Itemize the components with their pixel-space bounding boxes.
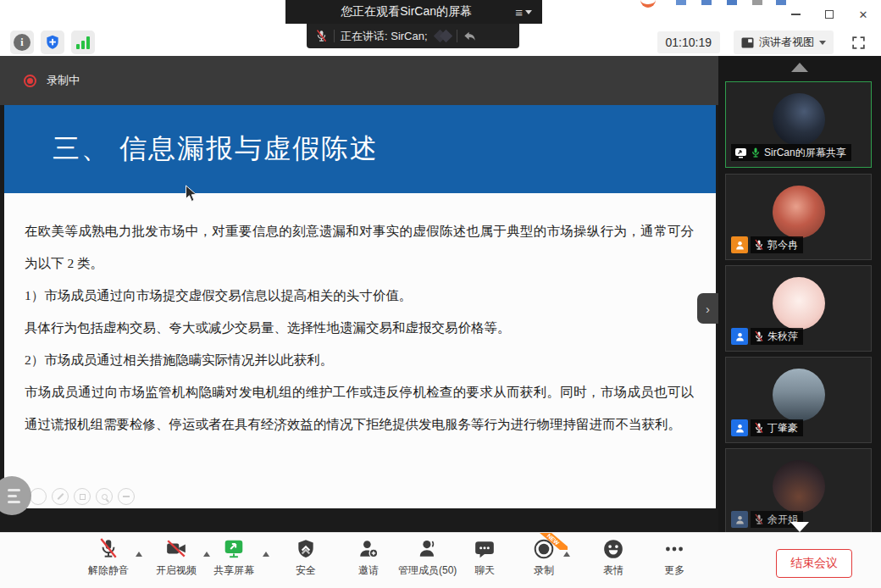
background-icon-fragment (701, 0, 712, 5)
recording-label: 录制中 (47, 73, 80, 88)
avatar (773, 369, 825, 421)
role-badge (731, 328, 748, 345)
unmute-button[interactable]: 解除静音 (88, 538, 129, 578)
background-icon-fragment (727, 0, 737, 5)
mic-muted-icon (315, 29, 328, 43)
avatar (773, 186, 825, 238)
manage-members-button[interactable]: 管理成员(50) (398, 538, 457, 578)
slideshow-menu-button[interactable] (0, 476, 31, 515)
chat-icon (474, 538, 496, 560)
security-button[interactable]: 安全 (295, 538, 317, 578)
signal-bars-icon (76, 36, 90, 49)
background-logo-fragment (640, 0, 656, 8)
background-icon-fragment (676, 0, 686, 5)
screen-share-icon (734, 147, 747, 158)
close-button[interactable]: ✕ (852, 5, 874, 24)
info-icon: i (14, 34, 30, 51)
person-icon (734, 331, 745, 342)
expand-panel-tab[interactable]: › (697, 293, 718, 324)
slideshow-more-button[interactable] (118, 488, 135, 505)
slide-title: 三、 信息漏报与虚假陈述 (4, 130, 379, 168)
mic-muted-icon (97, 538, 119, 560)
video-options-chevron[interactable] (203, 552, 210, 557)
chat-button[interactable]: 聊天 (474, 538, 496, 578)
slide-paragraph: 在欧美等成熟电力批发市场中，对重要信息的刻意遗漏和对事实的虚假陈述也属于典型的市… (25, 215, 694, 280)
button-label: 开启视频 (156, 563, 197, 578)
fullscreen-icon (851, 36, 866, 50)
chevron-down-icon (819, 41, 826, 45)
start-video-button[interactable]: 开启视频 (156, 538, 197, 578)
mute-options-chevron[interactable] (136, 552, 142, 557)
minimize-icon (791, 14, 801, 15)
record-button[interactable]: NEW 录制 (533, 538, 555, 578)
banner-menu-button[interactable]: ≡ (512, 5, 535, 19)
view-mode-dropdown[interactable]: 演讲者视图 (734, 31, 834, 54)
participant-tile[interactable]: 丁肇豪 (725, 357, 872, 443)
slide-paragraph: 具体行为包括虚构交易、夸大或减少交易量、选择性地遗漏交易和虚报交易价格等。 (25, 312, 694, 344)
layout-view-icon (741, 36, 754, 49)
network-signal-button[interactable] (71, 31, 95, 54)
button-label: 共享屏幕 (213, 563, 254, 578)
participant-tile[interactable]: 朱秋萍 (725, 265, 872, 352)
meeting-security-button[interactable] (41, 31, 64, 54)
shield-icon (295, 538, 317, 560)
slide-paragraph: 市场成员通过向市场监管机构隐瞒对发电机组的维护工作或违反停机检查的要求从而获利。… (25, 376, 694, 441)
slideshow-pen-button[interactable] (52, 488, 69, 505)
person-icon (734, 514, 745, 525)
person-icon (734, 240, 745, 251)
button-label: 安全 (296, 563, 316, 578)
emoji-button[interactable]: 表情 (602, 538, 624, 578)
slideshow-nav-button[interactable] (30, 488, 47, 505)
person-icon (734, 423, 745, 434)
invite-button[interactable]: 邀请 (357, 538, 380, 578)
more-dots-icon (663, 538, 685, 560)
meeting-toolbar: 解除静音 开启视频 共享屏幕 安全 邀请 管理成员(50) 聊天 (0, 532, 881, 588)
slideshow-frame-button[interactable] (74, 488, 91, 505)
mic-muted-icon (754, 422, 764, 434)
meeting-timer: 01:10:19 (657, 31, 721, 53)
person-add-icon (357, 538, 380, 560)
participant-name-row: SirCan的屏幕共享 (731, 144, 851, 161)
participant-name: 丁肇豪 (767, 421, 798, 435)
background-icon-fragment (752, 0, 762, 5)
person-icon (417, 538, 439, 560)
share-options-chevron[interactable] (263, 552, 269, 557)
recording-strip: 录制中 (0, 56, 718, 105)
camera-muted-icon (165, 538, 187, 560)
scroll-down-button[interactable] (790, 522, 809, 532)
chevron-down-icon (525, 10, 532, 14)
pen-icon (57, 493, 64, 500)
fullscreen-button[interactable] (847, 31, 869, 53)
meeting-info-button[interactable]: i (10, 31, 34, 54)
record-icon (533, 538, 555, 560)
reply-arrow-icon[interactable] (463, 31, 477, 42)
recording-dot-icon (24, 75, 36, 87)
button-label: 聊天 (474, 563, 495, 578)
record-options-chevron[interactable] (563, 552, 570, 557)
participant-name-row: 朱秋萍 (731, 328, 803, 345)
maximize-icon (825, 10, 834, 19)
button-label: 邀请 (358, 563, 379, 578)
watching-label: 您正在观看SirCan的屏幕 (301, 4, 512, 19)
button-label: 解除静音 (88, 563, 129, 578)
divider (334, 30, 335, 42)
mic-muted-icon (754, 239, 764, 251)
participant-tile[interactable]: 郭今冉 (725, 174, 872, 260)
participants-sidebar: SirCan的屏幕共享 郭今冉 (718, 56, 881, 532)
end-meeting-button[interactable]: 结束会议 (776, 549, 852, 578)
slideshow-zoom-button[interactable] (96, 488, 113, 505)
role-badge (731, 236, 748, 253)
scroll-up-button[interactable] (791, 63, 808, 72)
maximize-button[interactable] (818, 5, 840, 24)
magnifier-icon (102, 494, 108, 500)
share-screen-button[interactable]: 共享屏幕 (213, 538, 254, 578)
mouse-cursor (185, 185, 197, 202)
presenter-tools (4, 469, 208, 508)
meeting-status-icons: i (10, 31, 95, 54)
role-badge (731, 511, 748, 528)
participant-tile[interactable]: 余开娟 (725, 448, 872, 532)
minimize-button[interactable] (784, 5, 806, 24)
participant-name: 郭今冉 (767, 238, 798, 252)
more-button[interactable]: 更多 (663, 538, 685, 578)
participant-tile-sircan-share[interactable]: SirCan的屏幕共享 (725, 81, 872, 168)
